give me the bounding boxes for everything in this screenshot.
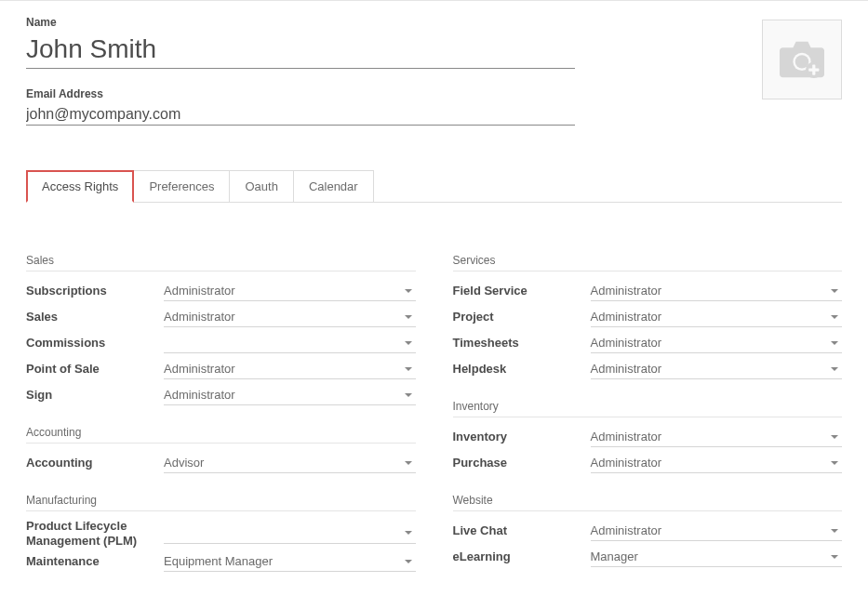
select-value: Manager — [591, 549, 638, 563]
select-value: Administrator — [591, 310, 662, 324]
section-title-inventory: Inventory — [453, 400, 843, 417]
section-title-website: Website — [453, 494, 843, 511]
select-product-lifecycle-management-plm-[interactable] — [164, 523, 416, 544]
select-project[interactable]: Administrator — [591, 307, 843, 327]
label-live-chat: Live Chat — [453, 523, 591, 538]
select-maintenance[interactable]: Equipment Manager — [164, 551, 416, 572]
tab-calendar[interactable]: Calendar — [293, 170, 374, 202]
select-value: Administrator — [164, 388, 235, 402]
select-helpdesk[interactable]: Administrator — [591, 359, 843, 379]
svg-rect-4 — [808, 69, 819, 72]
section-title-sales: Sales — [26, 254, 416, 271]
select-sign[interactable]: Administrator — [164, 385, 416, 405]
select-value: Administrator — [591, 456, 662, 470]
select-value: Equipment Manager — [164, 554, 273, 568]
select-accounting[interactable]: Advisor — [164, 453, 416, 473]
select-value: Administrator — [591, 336, 662, 350]
label-purchase: Purchase — [453, 456, 591, 470]
tabs: Access RightsPreferencesOauthCalendar — [26, 170, 842, 203]
select-timesheets[interactable]: Administrator — [591, 333, 843, 353]
select-elearning[interactable]: Manager — [591, 547, 843, 567]
caret-down-icon — [405, 289, 412, 293]
label-helpdesk: Helpdesk — [453, 362, 591, 377]
select-value: Administrator — [591, 430, 662, 444]
caret-down-icon — [405, 315, 412, 319]
caret-down-icon — [831, 289, 838, 293]
caret-down-icon — [831, 461, 838, 465]
name-label: Name — [26, 16, 575, 29]
select-value: Administrator — [164, 310, 235, 324]
section-title-manufacturing: Manufacturing — [26, 494, 416, 511]
caret-down-icon — [405, 367, 412, 371]
tab-preferences[interactable]: Preferences — [133, 170, 230, 202]
select-value: Advisor — [164, 456, 204, 470]
email-label: Email Address — [26, 87, 575, 100]
caret-down-icon — [831, 529, 838, 533]
select-value: Administrator — [164, 284, 235, 298]
select-sales[interactable]: Administrator — [164, 307, 416, 327]
caret-down-icon — [831, 555, 838, 559]
label-inventory: Inventory — [453, 430, 591, 444]
caret-down-icon — [405, 461, 412, 465]
caret-down-icon — [831, 367, 838, 371]
select-purchase[interactable]: Administrator — [591, 453, 843, 473]
select-value: Administrator — [591, 362, 662, 376]
select-point-of-sale[interactable]: Administrator — [164, 359, 416, 379]
label-project: Project — [453, 310, 591, 324]
label-point-of-sale: Point of Sale — [26, 362, 164, 377]
caret-down-icon — [405, 560, 412, 563]
select-value: Administrator — [591, 523, 662, 537]
label-timesheets: Timesheets — [453, 336, 591, 351]
select-subscriptions[interactable]: Administrator — [164, 281, 416, 301]
name-input[interactable] — [26, 31, 575, 69]
section-title-services: Services — [453, 254, 843, 271]
caret-down-icon — [831, 435, 838, 439]
caret-down-icon — [405, 393, 412, 397]
select-inventory[interactable]: Administrator — [591, 427, 843, 447]
camera-plus-icon — [780, 40, 824, 79]
label-accounting: Accounting — [26, 456, 164, 470]
select-field-service[interactable]: Administrator — [591, 281, 843, 301]
select-value: Administrator — [591, 284, 662, 298]
avatar-upload[interactable] — [762, 20, 842, 99]
select-live-chat[interactable]: Administrator — [591, 521, 843, 541]
select-commissions[interactable] — [164, 333, 416, 353]
select-value: Administrator — [164, 362, 235, 376]
label-sign: Sign — [26, 388, 164, 403]
caret-down-icon — [405, 341, 412, 345]
caret-down-icon — [405, 531, 412, 535]
caret-down-icon — [831, 315, 838, 319]
label-product-lifecycle-management-plm-: Product Lifecycle Management (PLM) — [26, 519, 164, 548]
email-input[interactable] — [26, 102, 575, 126]
label-sales: Sales — [26, 310, 164, 324]
label-field-service: Field Service — [453, 284, 591, 298]
label-maintenance: Maintenance — [26, 554, 164, 569]
caret-down-icon — [831, 341, 838, 345]
label-subscriptions: Subscriptions — [26, 284, 164, 298]
tab-oauth[interactable]: Oauth — [229, 170, 293, 202]
label-commissions: Commissions — [26, 336, 164, 351]
label-elearning: eLearning — [453, 549, 591, 564]
section-title-accounting: Accounting — [26, 426, 416, 444]
tab-access-rights[interactable]: Access Rights — [26, 170, 134, 203]
